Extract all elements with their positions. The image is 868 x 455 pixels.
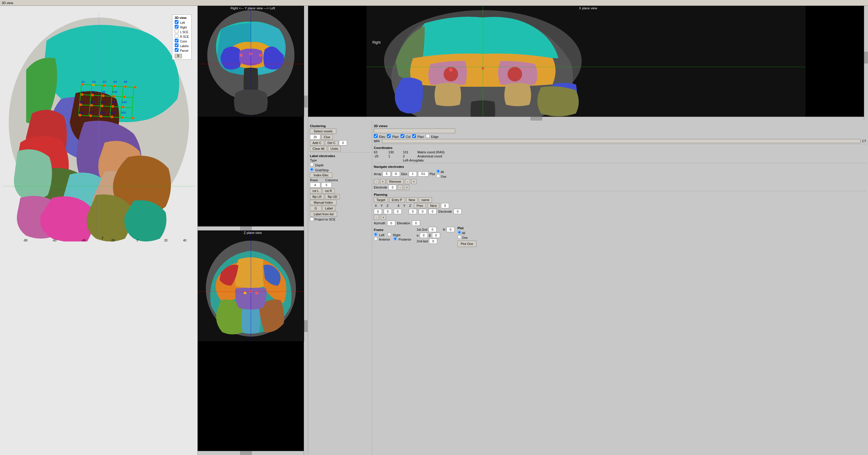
elec-num-input[interactable] — [409, 171, 417, 177]
overlay-lsce[interactable]: L SCE — [175, 29, 189, 34]
plan-check[interactable] — [387, 134, 391, 138]
x-scrollbar-v[interactable] — [864, 6, 868, 121]
parc-check[interactable] — [412, 134, 416, 138]
manual-index-btn[interactable]: Manual Index — [310, 200, 337, 205]
label-from-list-btn[interactable]: Label from list — [310, 211, 337, 217]
target-z-input[interactable] — [394, 209, 402, 214]
arr-minus-btn[interactable]: - — [374, 179, 379, 184]
arr-plus-btn[interactable]: + — [380, 179, 385, 184]
x-scroll-thumb-h[interactable] — [530, 117, 542, 120]
new-btn[interactable]: New — [406, 197, 418, 202]
posterior-radio-label[interactable]: Posterior — [393, 238, 411, 241]
plot-one-radio[interactable] — [436, 174, 440, 178]
electrode-plan-val[interactable] — [454, 209, 462, 214]
grid-strip-radio[interactable] — [310, 168, 314, 171]
prev-btn[interactable]: Prev — [414, 203, 426, 208]
edge-check-label[interactable]: Edge — [426, 134, 439, 139]
plot-all-radio[interactable] — [436, 169, 440, 173]
electrode-val-input[interactable] — [389, 185, 397, 190]
z-scroll-thumb-h[interactable] — [240, 451, 252, 455]
overlay-conn[interactable]: Conn — [175, 39, 189, 43]
rows-input[interactable] — [310, 182, 320, 188]
lsce-check[interactable] — [175, 29, 179, 33]
col-check[interactable] — [401, 134, 404, 138]
elec-minus-btn[interactable]: - — [405, 179, 410, 184]
second-last-input[interactable] — [429, 238, 437, 244]
depth-radio-label[interactable]: Depth — [310, 163, 323, 167]
overlay-labels[interactable]: Labels — [175, 44, 189, 48]
plot-plan-all[interactable] — [458, 230, 461, 234]
rsce-check[interactable] — [175, 34, 179, 38]
elec-plus-btn[interactable]: + — [411, 179, 416, 184]
elec-check-label[interactable]: Elec — [374, 134, 385, 139]
parc-check-label[interactable]: Parc — [412, 134, 424, 139]
plot-plan-one-label[interactable]: One — [458, 235, 476, 239]
overlay-right[interactable]: Right — [175, 25, 189, 29]
n-input[interactable] — [446, 227, 455, 232]
array-input[interactable] — [382, 171, 391, 177]
del-c-btn[interactable]: Del C — [325, 140, 338, 145]
g1-input[interactable] — [418, 171, 429, 177]
add-c-btn[interactable]: Add C — [310, 140, 324, 145]
y-scroll-thumb-h[interactable] — [240, 227, 252, 230]
plot-plan-all-label[interactable]: All — [458, 230, 476, 235]
left-radio-label[interactable]: Left — [374, 233, 385, 237]
azimuth-input[interactable] — [387, 221, 395, 226]
entry-y-input[interactable] — [418, 209, 427, 214]
flip-lr-btn[interactable]: flip LR — [310, 194, 324, 199]
z-scroll-thumb-v[interactable] — [304, 320, 308, 332]
parcel-check[interactable] — [175, 48, 179, 52]
plan-elec-plus[interactable]: + — [381, 215, 386, 220]
elevation-input[interactable] — [412, 221, 420, 226]
z-scrollbar-h[interactable] — [198, 451, 304, 455]
entry-p-btn[interactable]: Entry P — [389, 197, 405, 202]
plan-elec-minus[interactable]: - — [374, 215, 379, 220]
r-button[interactable]: R — [175, 54, 182, 58]
next-btn[interactable]: Next — [428, 203, 439, 208]
posterior-radio[interactable] — [393, 237, 397, 240]
elec-check[interactable] — [374, 134, 378, 138]
beta-input[interactable] — [432, 233, 440, 238]
right-radio-label[interactable]: Right — [388, 233, 400, 237]
remove-btn[interactable]: Remove — [386, 179, 404, 184]
labels-check[interactable] — [175, 44, 179, 47]
plot-one-btn[interactable]: Plot One — [458, 240, 476, 247]
edge-check[interactable] — [426, 134, 430, 138]
project-sce-check[interactable] — [310, 217, 314, 221]
clear-all-btn[interactable]: Clear All — [310, 146, 327, 151]
overlay-parcel[interactable]: Parcel — [175, 48, 189, 52]
depth-radio[interactable] — [310, 163, 314, 166]
plan-check-label[interactable]: Plan — [387, 134, 399, 139]
y-scrollbar-v[interactable] — [304, 6, 308, 230]
rot-l-btn[interactable]: rot L — [310, 188, 321, 194]
g-input[interactable] — [392, 171, 400, 177]
g-btn[interactable]: G — [310, 206, 321, 211]
y-scrollbar-h[interactable] — [198, 226, 304, 230]
elec-val-minus-btn[interactable]: - — [398, 185, 403, 190]
grid-strip-radio-label[interactable]: Grid/Strip — [310, 168, 329, 172]
left-radio[interactable] — [374, 232, 378, 236]
cols-input[interactable] — [321, 182, 332, 188]
del-c-val[interactable] — [339, 140, 347, 145]
target-btn[interactable]: Target — [374, 197, 388, 202]
index-elec-btn[interactable]: Index Elec — [310, 172, 332, 178]
undo-btn[interactable]: Undo — [328, 146, 341, 151]
plot-one-radio-label[interactable]: One — [436, 174, 446, 178]
clus-btn[interactable]: Clus — [321, 134, 333, 140]
first-second-input[interactable] — [429, 227, 437, 232]
elec-val-plus-btn[interactable]: + — [404, 185, 409, 190]
right-radio[interactable] — [388, 232, 391, 236]
name-btn[interactable]: name — [419, 197, 432, 202]
mri-slider[interactable] — [382, 139, 861, 143]
conn-check[interactable] — [175, 39, 179, 42]
col-check-label[interactable]: Col — [401, 134, 411, 139]
z-scrollbar-v[interactable] — [304, 230, 308, 455]
next-val-input[interactable] — [441, 203, 449, 208]
select-voxels-btn[interactable]: Select voxels — [310, 129, 336, 134]
rot-r-btn[interactable]: rot R — [322, 188, 335, 194]
target-y-input[interactable] — [384, 209, 392, 214]
alpha-input[interactable] — [420, 233, 428, 238]
overlay-rsce[interactable]: R SCE — [175, 34, 189, 38]
brain-3d-canvas[interactable]: G1 G2 G3 G4 G5 G7 G8 G9 G10 G11 G12 G13 … — [3, 12, 195, 241]
right-check[interactable] — [175, 25, 179, 29]
